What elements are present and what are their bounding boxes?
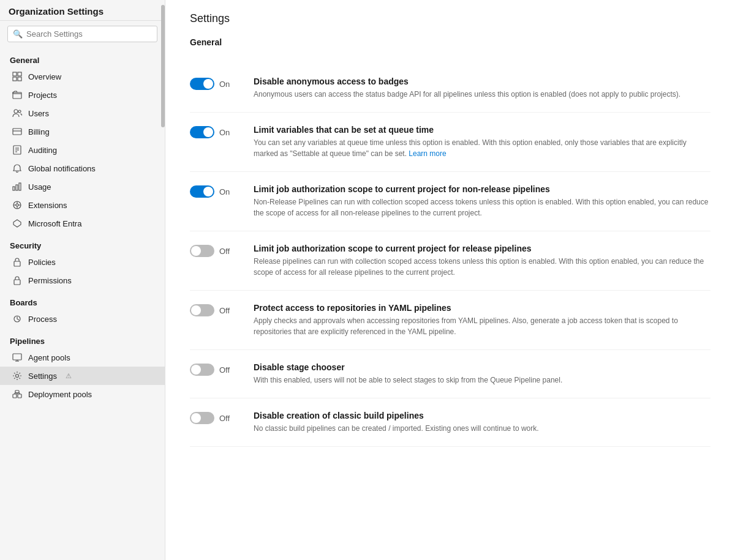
sidebar-item-users[interactable]: Users — [0, 104, 165, 122]
sidebar-item-label: Billing — [28, 127, 50, 136]
toggle-label-disable-classic-build: Off — [219, 414, 230, 423]
sidebar-section-boards: Boards — [0, 289, 165, 310]
sidebar-item-label: Policies — [28, 258, 56, 267]
page-title: Settings — [190, 12, 710, 25]
sidebar-section-pipelines: Pipelines — [0, 328, 165, 348]
toggle-anonymous-access[interactable] — [190, 78, 214, 90]
billing-icon — [12, 127, 22, 136]
bell-icon — [12, 163, 22, 173]
scrollbar-thumb[interactable] — [161, 5, 165, 127]
grid-icon — [12, 72, 22, 81]
svg-rect-25 — [13, 354, 21, 360]
gear-icon — [12, 371, 22, 381]
sidebar-item-agent-pools[interactable]: Agent pools — [0, 348, 165, 367]
toggle-label-job-auth-release: Off — [219, 247, 230, 256]
svg-rect-23 — [14, 280, 20, 285]
sidebar-item-process[interactable]: Process — [0, 310, 165, 328]
setting-title-limit-variables: Limit variables that can be set at queue… — [254, 125, 710, 135]
svg-rect-3 — [18, 77, 21, 81]
sidebar-item-label: Projects — [28, 91, 57, 100]
folder-icon — [12, 90, 22, 100]
sidebar-item-label: Auditing — [28, 146, 57, 155]
toggle-protect-yaml[interactable] — [190, 304, 214, 316]
toggle-thumb-disable-stage-chooser — [191, 365, 201, 375]
toggle-thumb-limit-variables — [203, 127, 213, 137]
toggle-disable-stage-chooser[interactable] — [190, 364, 214, 376]
toggle-area-disable-classic-build: Off — [190, 411, 239, 424]
sidebar-item-label: Permissions — [28, 276, 72, 285]
setting-row-limit-variables: OnLimit variables that can be set at que… — [190, 113, 710, 172]
sidebar-item-usage[interactable]: Usage — [0, 177, 165, 196]
sidebar-item-policies[interactable]: Policies — [0, 253, 165, 271]
toggle-job-auth-release[interactable] — [190, 245, 214, 257]
toggle-area-job-auth-nonrelease: On — [190, 184, 239, 198]
setting-content-anonymous-access: Disable anonymous access to badgesAnonym… — [254, 77, 710, 100]
search-box[interactable]: 🔍 — [7, 26, 157, 42]
setting-content-disable-classic-build: Disable creation of classic build pipeli… — [254, 411, 710, 434]
toggle-label-job-auth-nonrelease: On — [219, 187, 230, 196]
svg-rect-30 — [18, 394, 21, 398]
search-icon: 🔍 — [13, 29, 23, 39]
sidebar-item-label: Settings — [28, 371, 57, 381]
sidebar-item-global-notifications[interactable]: Global notifications — [0, 159, 165, 177]
setting-desc-protect-yaml: Apply checks and approvals when accessin… — [254, 315, 710, 337]
sidebar-item-auditing[interactable]: Auditing — [0, 141, 165, 159]
sidebar-item-label: Extensions — [28, 201, 67, 210]
setting-desc-disable-stage-chooser: With this enabled, users will not be abl… — [254, 375, 710, 386]
setting-title-disable-stage-chooser: Disable stage chooser — [254, 362, 710, 372]
toggle-area-job-auth-release: Off — [190, 244, 239, 257]
setting-content-limit-variables: Limit variables that can be set at queue… — [254, 125, 710, 159]
setting-content-job-auth-release: Limit job authorization scope to current… — [254, 244, 710, 278]
setting-desc-anonymous-access: Anonymous users can access the status ba… — [254, 89, 710, 100]
toggle-area-disable-stage-chooser: Off — [190, 362, 239, 376]
setting-desc-disable-classic-build: No classic build pipelines can be create… — [254, 423, 710, 434]
toggle-disable-classic-build[interactable] — [190, 412, 214, 424]
toggle-thumb-disable-classic-build — [191, 413, 201, 423]
sidebar-item-label: Users — [28, 109, 49, 118]
sidebar-item-deployment-pools[interactable]: Deployment pools — [0, 385, 165, 403]
svg-point-6 — [18, 110, 21, 113]
sidebar-section-security: Security — [0, 233, 165, 253]
svg-rect-12 — [13, 187, 15, 190]
search-input[interactable] — [26, 29, 152, 39]
svg-point-28 — [16, 375, 19, 378]
setting-title-disable-classic-build: Disable creation of classic build pipeli… — [254, 411, 710, 420]
setting-content-protect-yaml: Protect access to repositories in YAML p… — [254, 303, 710, 337]
sidebar-item-permissions[interactable]: Permissions — [0, 271, 165, 289]
setting-title-job-auth-release: Limit job authorization scope to current… — [254, 244, 710, 253]
setting-title-job-auth-nonrelease: Limit job authorization scope to current… — [254, 184, 710, 194]
sidebar-item-label: Overview — [28, 72, 61, 81]
lock-icon — [12, 257, 22, 267]
toggle-label-protect-yaml: Off — [219, 306, 230, 315]
setting-title-protect-yaml: Protect access to repositories in YAML p… — [254, 303, 710, 313]
sidebar-item-label: Microsoft Entra — [28, 219, 81, 228]
deploy-icon — [12, 389, 22, 399]
sidebar-item-projects[interactable]: Projects — [0, 86, 165, 104]
toggle-job-auth-nonrelease[interactable] — [190, 185, 214, 198]
setting-desc-limit-variables: You can set any variables at queue time … — [254, 137, 710, 159]
svg-point-16 — [16, 204, 18, 206]
toggle-area-protect-yaml: Off — [190, 303, 239, 316]
svg-rect-29 — [13, 394, 17, 398]
toggle-limit-variables[interactable] — [190, 126, 214, 138]
toggle-area-anonymous-access: On — [190, 77, 239, 90]
sidebar-item-microsoft-entra[interactable]: Microsoft Entra — [0, 214, 165, 233]
svg-rect-2 — [13, 77, 17, 81]
sidebar-content: GeneralOverviewProjectsUsersBillingAudit… — [0, 47, 165, 560]
setting-desc-job-auth-nonrelease: Non-Release Pipelines can run with colle… — [254, 196, 710, 218]
sidebar-item-extensions[interactable]: Extensions — [0, 196, 165, 214]
toggle-thumb-job-auth-nonrelease — [203, 187, 213, 196]
users-icon — [12, 108, 22, 118]
section-title: General — [190, 37, 710, 52]
sidebar-item-overview[interactable]: Overview — [0, 67, 165, 86]
setting-content-job-auth-nonrelease: Limit job authorization scope to current… — [254, 184, 710, 218]
setting-title-anonymous-access: Disable anonymous access to badges — [254, 77, 710, 86]
svg-rect-0 — [13, 72, 17, 76]
agent-icon — [12, 353, 22, 362]
toggle-label-limit-variables: On — [219, 128, 230, 137]
setting-link-limit-variables[interactable]: Learn more — [409, 149, 446, 158]
toggle-thumb-protect-yaml — [191, 305, 201, 315]
sidebar-item-billing[interactable]: Billing — [0, 122, 165, 141]
svg-rect-7 — [13, 129, 21, 135]
sidebar-item-settings[interactable]: Settings⚠ — [0, 367, 165, 385]
